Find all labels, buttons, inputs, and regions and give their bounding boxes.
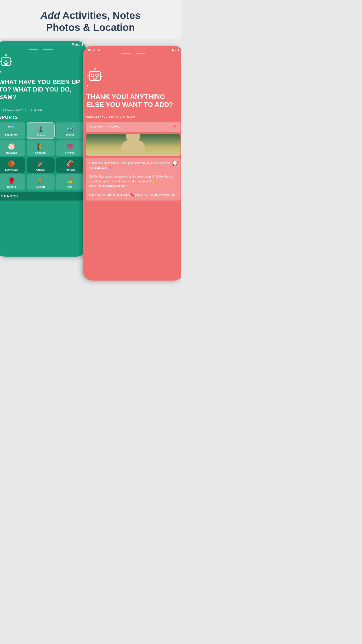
pink-signal-icon: [175, 48, 179, 51]
pink-chat-message: THANK YOU! ANYTHING ELSE YOU WANT TO ADD…: [83, 90, 181, 110]
photo-preview[interactable]: [86, 134, 181, 156]
pink-notch: [83, 53, 181, 55]
svg-point-10: [96, 74, 99, 77]
pink-time: 10:42 PM: [88, 48, 100, 52]
sport-climbing[interactable]: 🧗 Climbing: [27, 140, 54, 156]
cycling-icon: 🚴: [37, 177, 44, 184]
sport-baseball[interactable]: ⚾ Baseball: [0, 140, 25, 156]
football-icon: 🏈: [66, 160, 73, 167]
diving-icon: 🤿: [66, 125, 73, 132]
baseball-label: Baseball: [6, 151, 17, 154]
phone-pink: 10:42 PM ←: [83, 46, 181, 280]
boxing-label: Boxing: [7, 185, 16, 188]
diving-label: Diving: [66, 133, 74, 136]
fitness-icon: 💗: [66, 143, 73, 150]
notes-line4: Might call my brother later today 📞 Hope…: [89, 192, 177, 197]
slash-deco: /: [0, 70, 86, 78]
green-status-bar: PM: [0, 41, 86, 48]
notch-bar-1: [29, 49, 38, 50]
sport-golf[interactable]: ⛳ Golf: [56, 174, 84, 190]
green-chat-question: WHAT HAVE YOU BEEN UP TO? WHAT DID YOU D…: [0, 78, 86, 101]
climbing-icon: 🧗: [37, 143, 44, 150]
notes-card: 💬 Lunch was great today! Had a good talk…: [86, 158, 181, 200]
location-bar[interactable]: New York, Broadway 📍: [86, 122, 181, 132]
search-bar[interactable]: SEARCH: [0, 192, 84, 200]
sports-grid: 🏸 Badminton ♟️ Chess 🤿 Diving ⚾ Baseball…: [0, 122, 86, 190]
notes-line1: Lunch was great today! Had a good talk w…: [89, 161, 177, 170]
wifi-icon: [75, 43, 78, 46]
basketball-label: Basketball: [5, 168, 18, 171]
golf-icon: ⛳: [66, 177, 73, 184]
football-label: Football: [65, 168, 75, 171]
baseball-icon: ⚾: [8, 143, 15, 150]
notes-line2: Still thinking about yesterday's family …: [89, 174, 177, 184]
svg-rect-3: [4, 64, 7, 64]
notes-line3: Hope that everything's alright.: [89, 184, 177, 188]
cycling-label: Cycling: [36, 185, 45, 188]
search-label: SEARCH: [1, 194, 18, 198]
location-pin-icon: 📍: [172, 125, 177, 130]
phones-container: PM / WHAT: [0, 41, 181, 304]
cat-photo: [86, 134, 181, 156]
signal-icon: [79, 43, 83, 46]
header-title: Add Activities, Notes Photos & Location: [7, 10, 174, 34]
sport-football[interactable]: 🏈 Football: [56, 158, 84, 173]
sport-basketball[interactable]: 🏀 Basketball: [0, 158, 25, 173]
green-time: PM: [72, 43, 76, 46]
pink-date: WEDNESDAY • FEB 23 • 05:58 PM: [83, 110, 181, 121]
sport-fitness[interactable]: 💗 Fitness: [56, 140, 84, 156]
sport-cycling[interactable]: 🚴 Cycling: [27, 174, 54, 190]
svg-point-13: [94, 68, 96, 70]
svg-point-1: [3, 60, 5, 62]
svg-rect-11: [93, 78, 96, 79]
cricket-icon: 🏏: [37, 160, 44, 167]
sport-boxing[interactable]: 🥊 Boxing: [0, 174, 25, 190]
header-subtitle: Photos & Location: [46, 22, 135, 33]
phone-green: PM / WHAT: [0, 41, 86, 256]
boxing-icon: 🥊: [8, 177, 15, 184]
pink-notch-bar-2: [135, 54, 145, 54]
svg-point-5: [5, 54, 7, 56]
golf-label: Golf: [67, 185, 72, 188]
location-text: New York, Broadway: [89, 125, 120, 129]
sport-cricket[interactable]: 🏏 Cricket: [27, 158, 54, 173]
pink-robot-icon: [83, 65, 181, 84]
pink-wifi-icon: [171, 49, 174, 51]
chess-icon: ♟️: [37, 126, 44, 132]
svg-point-9: [91, 74, 94, 77]
header-italic: Add: [40, 10, 60, 21]
header-title-rest: Activities, Notes: [62, 10, 141, 21]
green-notch: [0, 48, 86, 51]
pink-status-bar: 10:42 PM: [83, 46, 181, 53]
sports-title: SPORTS: [0, 114, 86, 122]
sport-chess[interactable]: ♟️ Chess: [27, 122, 54, 139]
sport-diving[interactable]: 🤿 Diving: [56, 122, 84, 139]
badminton-icon: 🏸: [8, 125, 15, 132]
green-robot-icon: [0, 54, 13, 68]
climbing-label: Climbing: [35, 151, 46, 154]
svg-point-2: [7, 60, 9, 62]
badminton-label: Badminton: [4, 133, 18, 136]
pink-notch-bar-1: [121, 54, 131, 54]
chess-label: Chess: [37, 134, 44, 136]
back-button[interactable]: ←: [83, 55, 181, 65]
notch-bar-2: [43, 49, 53, 50]
fitness-label: Fitness: [65, 151, 75, 154]
cricket-label: Cricket: [36, 168, 45, 171]
green-date: TUESDAY • OCT 10, • 6:25 PM: [0, 102, 86, 114]
notes-icon: 💬: [172, 160, 178, 166]
header-area: Add Activities, Notes Photos & Location: [0, 0, 181, 38]
basketball-icon: 🏀: [8, 160, 15, 167]
sport-badminton[interactable]: 🏸 Badminton: [0, 122, 25, 139]
